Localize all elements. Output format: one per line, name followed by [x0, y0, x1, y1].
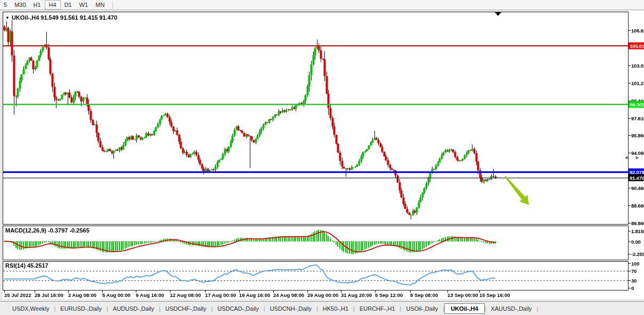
- chart-title: ▼UKOil-,H4 91.549 91.561 91.415 91.470: [5, 14, 117, 21]
- price-tick-label: 86.860: [631, 220, 644, 226]
- macd-tick-label: -2.2551: [631, 251, 644, 257]
- macd-label: MACD(12,26,9) -0.3797 -0.2565: [5, 227, 89, 234]
- price-tick-label: 95.860: [631, 132, 644, 138]
- time-tick-label: 15 Sep 16:00: [479, 292, 510, 298]
- tab-scroll-right-icon[interactable]: ►: [635, 155, 640, 160]
- timeframe-button-D1[interactable]: D1: [61, 1, 76, 9]
- timeframe-button-MN[interactable]: MN: [92, 1, 108, 9]
- macd-tick-label: 1.8155: [631, 228, 644, 234]
- rsi-pane[interactable]: [3, 261, 629, 291]
- price-tick-label: 103.010: [631, 62, 644, 68]
- price-badge: 99.002: [629, 101, 644, 108]
- timeframe-button-W1[interactable]: W1: [76, 1, 92, 9]
- tab-separator: |: [536, 305, 538, 312]
- tab-eurchf-h1[interactable]: EURCHF-,H1: [355, 304, 400, 313]
- tab-xauusd-daily[interactable]: XAUUSD-,Daily: [486, 304, 536, 313]
- tab-ukoil-h4[interactable]: UKOil-,H4: [444, 303, 484, 314]
- time-tick-label: 29 Aug 00:00: [307, 292, 338, 298]
- time-tick-label: 9 Aug 16:00: [136, 292, 164, 298]
- time-tick-label: 5 Aug 00:00: [102, 292, 131, 298]
- tab-hk50-h1[interactable]: HK50-,H1: [318, 304, 353, 313]
- time-tick-label: 25 Jul 2022: [4, 292, 31, 298]
- rsi-label: RSI(14) 45.2517: [5, 262, 48, 269]
- tab-eurusd-daily[interactable]: EURUSD-,Daily: [55, 304, 107, 313]
- rsi-tick-label: 70: [631, 268, 637, 273]
- price-badge: 91.470: [629, 175, 644, 181]
- time-tick-label: 24 Aug 08:00: [273, 292, 304, 298]
- timeframe-button-M30[interactable]: M30: [11, 1, 29, 9]
- timeframe-toolbar: 5M30H1H4D1W1MN: [0, 0, 644, 10]
- time-tick-label: 28 Jul 16:00: [35, 292, 63, 298]
- timeframe-button-5[interactable]: 5: [0, 1, 11, 9]
- price-tick-label: 97.610: [631, 115, 644, 121]
- macd-pane[interactable]: [3, 226, 629, 260]
- macd-tick-label: 0.00: [631, 238, 641, 244]
- tab-usdchf-daily[interactable]: USDCHF-,Daily: [160, 304, 211, 313]
- price-tick-label: 88.660: [631, 202, 644, 208]
- price-tick-label: 106.610: [631, 27, 644, 33]
- tab-usdx-weekly[interactable]: USDX,Weekly: [7, 304, 54, 313]
- time-tick-label: 19 Aug 16:00: [239, 292, 270, 298]
- time-tick-label: 8 Sep 08:00: [410, 292, 438, 298]
- tab-scroll-left-icon[interactable]: ◄: [624, 155, 629, 160]
- symbol-tabs-bar: USDX,Weekly|EURUSD-,Daily|AUDUSD-,Daily|…: [0, 301, 644, 315]
- timeframe-button-H1[interactable]: H1: [30, 1, 45, 9]
- price-badge: 105.015: [629, 43, 644, 49]
- rsi-tick-label: 0: [631, 285, 634, 291]
- tab-scroll-arrows: ◄ ►: [624, 155, 640, 160]
- toolbar-separator: [112, 1, 113, 9]
- time-tick-label: 31 Aug 20:00: [341, 292, 372, 298]
- price-tick-label: 101.210: [631, 80, 644, 86]
- tab-usdcad-daily[interactable]: USDCAD-,Daily: [213, 304, 264, 313]
- time-tick-label: 17 Aug 00:00: [205, 292, 236, 298]
- time-tick-label: 2 Aug 08:00: [68, 292, 96, 298]
- rsi-tick-label: 100: [631, 261, 639, 267]
- tab-usdcnh-daily[interactable]: USDCNH-,Daily: [265, 304, 316, 313]
- main-chart-pane[interactable]: [3, 12, 629, 225]
- rsi-tick-label: 30: [631, 278, 637, 284]
- chart-title-text: UKOil-,H4 91.549 91.561 91.415 91.470: [12, 14, 117, 21]
- time-tick-label: 12 Aug 08:00: [170, 292, 201, 298]
- price-tick-label: 90.460: [631, 185, 644, 190]
- chart-dropdown-icon[interactable]: ▼: [5, 15, 10, 20]
- tab-audusd-daily[interactable]: AUDUSD-,Daily: [108, 304, 159, 313]
- time-tick-label: 5 Sep 12:00: [375, 292, 403, 298]
- tab-usoil-daily[interactable]: USOil-,Daily: [401, 304, 443, 313]
- timeframe-button-H4[interactable]: H4: [45, 0, 61, 10]
- time-tick-label: 13 Sep 00:00: [447, 292, 478, 298]
